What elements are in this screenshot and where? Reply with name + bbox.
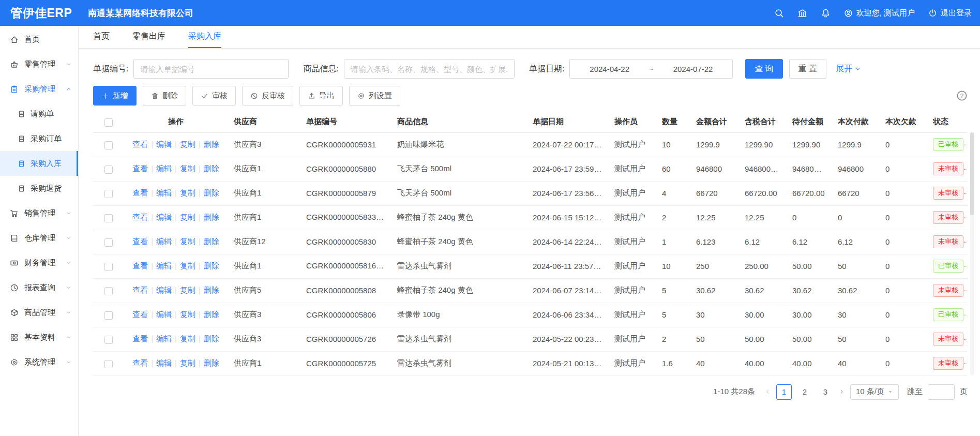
- bank-icon[interactable]: [797, 8, 807, 18]
- delete-link[interactable]: 删除: [204, 358, 219, 367]
- delete-link[interactable]: 删除: [204, 213, 219, 221]
- edit-link[interactable]: 编辑: [156, 334, 172, 343]
- tab-purchase-inbound[interactable]: 采购入库: [188, 26, 221, 48]
- delete-link[interactable]: 删除: [204, 237, 219, 246]
- page-size-select[interactable]: 10 条/页: [850, 384, 899, 400]
- tab-home[interactable]: 首页: [93, 26, 110, 48]
- copy-link[interactable]: 复制: [180, 358, 195, 367]
- view-link[interactable]: 查看: [132, 140, 148, 148]
- table-scrollbar-thumb[interactable]: [970, 132, 974, 215]
- expand-filters-link[interactable]: 展开: [836, 64, 861, 74]
- sidebar-item-finance[interactable]: 财务管理: [0, 250, 78, 275]
- row-checkbox[interactable]: [104, 141, 113, 149]
- sidebar-item-report[interactable]: 报表查询: [0, 275, 78, 300]
- row-checkbox-cell: [93, 230, 124, 254]
- delete-link[interactable]: 删除: [204, 334, 219, 343]
- tab-retail-outbound[interactable]: 零售出库: [132, 26, 165, 48]
- delete-link[interactable]: 删除: [204, 140, 219, 148]
- row-checkbox[interactable]: [104, 166, 113, 174]
- sidebar-item-warehouse[interactable]: 仓库管理: [0, 225, 78, 250]
- view-link[interactable]: 查看: [132, 237, 148, 246]
- copy-link[interactable]: 复制: [180, 261, 195, 270]
- delete-link[interactable]: 删除: [204, 285, 219, 294]
- copy-link[interactable]: 复制: [180, 164, 195, 173]
- view-link[interactable]: 查看: [132, 213, 148, 221]
- view-link[interactable]: 查看: [132, 285, 148, 294]
- view-link[interactable]: 查看: [132, 310, 148, 319]
- sidebar-subitem-purchase-order[interactable]: 采购订单: [0, 126, 78, 151]
- row-checkbox[interactable]: [104, 287, 113, 295]
- copy-link[interactable]: 复制: [180, 285, 195, 294]
- view-link[interactable]: 查看: [132, 164, 148, 173]
- column-settings-button[interactable]: 列设置: [349, 86, 400, 106]
- reset-button[interactable]: 重 置: [789, 59, 826, 79]
- edit-link[interactable]: 编辑: [156, 164, 172, 173]
- add-button[interactable]: 新增: [93, 86, 137, 106]
- view-link[interactable]: 查看: [132, 334, 148, 343]
- goods-info-input[interactable]: [344, 59, 515, 79]
- search-button[interactable]: 查 询: [745, 59, 782, 79]
- view-link[interactable]: 查看: [132, 261, 148, 270]
- page-button-2[interactable]: 2: [797, 384, 812, 400]
- sidebar-item-home[interactable]: 首页: [0, 27, 78, 52]
- row-checkbox[interactable]: [104, 360, 113, 368]
- sidebar-subitem-purchase-inbound[interactable]: 采购入库: [0, 151, 78, 176]
- copy-link[interactable]: 复制: [180, 140, 195, 148]
- row-checkbox[interactable]: [104, 190, 113, 198]
- sidebar-subitem-purchase-request[interactable]: 请购单: [0, 101, 78, 126]
- jump-to-input[interactable]: [928, 384, 955, 400]
- edit-link[interactable]: 编辑: [156, 310, 172, 319]
- row-checkbox[interactable]: [104, 214, 113, 222]
- edit-link[interactable]: 编辑: [156, 358, 172, 367]
- page-button-3[interactable]: 3: [818, 384, 833, 400]
- unaudit-button[interactable]: 反审核: [242, 86, 293, 106]
- sidebar-item-goods[interactable]: 商品管理: [0, 300, 78, 325]
- sidebar-item-system[interactable]: 系统管理: [0, 350, 78, 374]
- edit-link[interactable]: 编辑: [156, 261, 172, 270]
- copy-link[interactable]: 复制: [180, 237, 195, 246]
- cell-amount-total: 66720: [690, 181, 738, 205]
- edit-link[interactable]: 编辑: [156, 237, 172, 246]
- audit-button[interactable]: 审核: [192, 86, 236, 106]
- bill-no-input[interactable]: [133, 59, 289, 79]
- notification-bell-icon[interactable]: [821, 8, 831, 18]
- view-link[interactable]: 查看: [132, 358, 148, 367]
- edit-link[interactable]: 编辑: [156, 140, 172, 148]
- sidebar-subitem-purchase-return[interactable]: 采购退货: [0, 176, 78, 201]
- delete-link[interactable]: 删除: [204, 188, 219, 197]
- view-link[interactable]: 查看: [132, 188, 148, 197]
- edit-link[interactable]: 编辑: [156, 285, 172, 294]
- edit-link[interactable]: 编辑: [156, 213, 172, 221]
- delete-link[interactable]: 删除: [204, 261, 219, 270]
- sidebar-item-retail[interactable]: 零售管理: [0, 52, 78, 77]
- date-from-value[interactable]: 2024-04-22: [570, 65, 649, 73]
- row-checkbox[interactable]: [104, 311, 113, 320]
- export-button[interactable]: 导出: [299, 86, 343, 106]
- delete-link[interactable]: 删除: [204, 164, 219, 173]
- copy-link[interactable]: 复制: [180, 188, 195, 197]
- copy-link[interactable]: 复制: [180, 310, 195, 319]
- row-checkbox[interactable]: [104, 238, 113, 247]
- date-to-value[interactable]: 2024-07-22: [654, 65, 733, 73]
- edit-link[interactable]: 编辑: [156, 188, 172, 197]
- table-scrollbar[interactable]: [970, 132, 974, 375]
- next-page-icon[interactable]: [838, 388, 845, 395]
- user-welcome[interactable]: 欢迎您, 测试用户: [844, 8, 915, 18]
- date-range-picker[interactable]: 2024-04-22 ~ 2024-07-22: [569, 59, 733, 79]
- delete-button[interactable]: 删除: [143, 86, 186, 106]
- row-checkbox[interactable]: [104, 263, 113, 271]
- sidebar-item-purchase[interactable]: 采购管理: [0, 77, 78, 101]
- row-checkbox[interactable]: [104, 336, 113, 344]
- select-all-checkbox[interactable]: [104, 118, 113, 127]
- delete-link[interactable]: 删除: [204, 310, 219, 319]
- prev-page-icon[interactable]: [764, 388, 771, 395]
- sidebar-item-basic[interactable]: 基本资料: [0, 325, 78, 350]
- trash-icon: [151, 92, 159, 100]
- search-icon[interactable]: [774, 8, 784, 18]
- logout-button[interactable]: 退出登录: [928, 8, 972, 18]
- sidebar-item-sales[interactable]: 销售管理: [0, 201, 78, 225]
- page-button-1[interactable]: 1: [776, 384, 792, 400]
- copy-link[interactable]: 复制: [180, 213, 195, 221]
- copy-link[interactable]: 复制: [180, 334, 195, 343]
- help-icon[interactable]: ?: [956, 90, 968, 101]
